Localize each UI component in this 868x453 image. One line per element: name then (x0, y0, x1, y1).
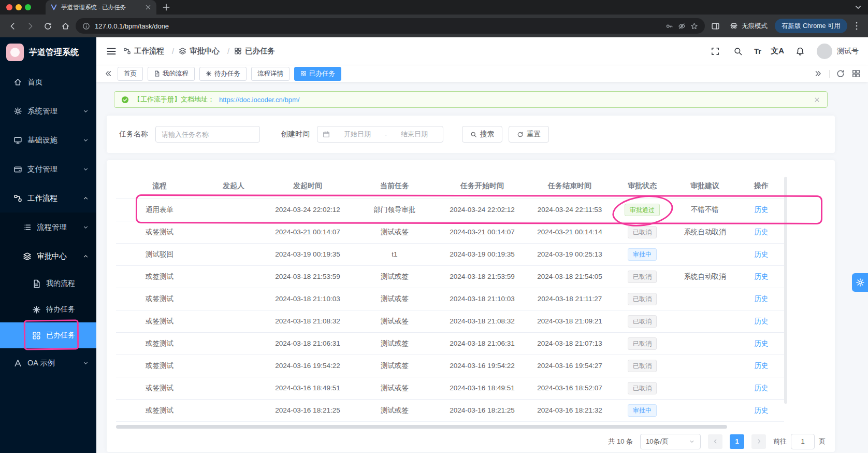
layout-grid-icon[interactable] (851, 69, 861, 78)
eye-off-icon[interactable] (678, 22, 686, 30)
search-icon[interactable] (730, 43, 746, 60)
page-tab[interactable]: 首页 (118, 67, 143, 81)
cell-current-task: 测试或签 (351, 355, 438, 377)
page-tab[interactable]: 我的流程 (148, 67, 195, 81)
site-info-icon[interactable] (82, 22, 90, 30)
history-link[interactable]: 历史 (755, 339, 769, 347)
search-button[interactable]: 搜索 (462, 126, 502, 143)
page-size-select[interactable]: 10条/页 (640, 434, 701, 449)
url-bar[interactable]: 127.0.0.1/bpm/task/done (76, 18, 705, 34)
chevron-icon (82, 360, 89, 366)
user-menu[interactable]: 测试号 (817, 44, 859, 59)
history-link[interactable]: 历史 (755, 228, 769, 236)
breadcrumb-item[interactable]: 审批中心 / (179, 46, 234, 56)
sidebar-item[interactable]: 系统管理 (0, 96, 96, 125)
cell-suggestion (671, 243, 739, 265)
fullscreen-icon[interactable] (707, 43, 724, 60)
new-tab-button[interactable] (162, 3, 171, 12)
reload-icon[interactable] (40, 19, 55, 33)
collapse-sidebar-icon[interactable] (106, 46, 117, 57)
reset-button[interactable]: 重置 (509, 126, 549, 143)
home-icon[interactable] (58, 19, 73, 33)
incognito-icon (730, 22, 738, 30)
sidebar: 芋道管理系统 首页 系统管理 基础设施 (0, 37, 96, 453)
breadcrumb-icon (234, 47, 242, 55)
window-zoom-button[interactable] (25, 4, 31, 10)
chevron-icon (82, 253, 89, 260)
sidebar-item[interactable]: 支付管理 (0, 154, 96, 183)
side-panel-icon[interactable] (708, 19, 722, 33)
refresh-page-icon[interactable] (836, 69, 845, 78)
current-page-button[interactable]: 1 (730, 434, 744, 449)
goto-page-input[interactable] (791, 434, 815, 449)
sidebar-item[interactable]: 已办任务 (0, 322, 96, 348)
sidebar-item[interactable]: 首页 (0, 67, 96, 96)
breadcrumb-item[interactable]: 工作流程 / (123, 46, 179, 56)
notification-bell-icon[interactable] (792, 43, 808, 60)
cell-start-time: 2024-03-16 19:54:22 (264, 355, 351, 377)
cell-start-time: 2024-03-18 21:53:59 (264, 265, 351, 288)
history-link[interactable]: 历史 (755, 250, 769, 258)
tab-close-icon[interactable] (144, 4, 152, 11)
search-button-icon (470, 131, 477, 138)
page-tab[interactable]: 已办任务 (294, 67, 341, 81)
task-name-input[interactable] (155, 126, 260, 143)
prev-page-button[interactable] (708, 434, 722, 449)
cell-current-task: 部门领导审批 (351, 199, 438, 221)
history-link[interactable]: 历史 (755, 384, 769, 392)
table-row: 或签测试 2024-03-18 21:10:03 测试或签 2024-03-18… (116, 288, 784, 310)
browser-tab[interactable]: 芋道管理系统 - 已办任务 (46, 0, 156, 15)
alert-doc-link[interactable]: https://doc.iocoder.cn/bpm/ (219, 96, 299, 104)
next-page-button[interactable] (751, 434, 766, 449)
table-row: 或签测试 2024-03-18 21:53:59 测试或签 2024-03-18… (116, 265, 784, 288)
username: 测试号 (837, 47, 859, 56)
sidebar-item[interactable]: 流程管理 (0, 213, 96, 242)
status-badge: 已取消 (628, 271, 657, 283)
window-minimize-button[interactable] (16, 4, 22, 10)
back-icon[interactable] (5, 19, 20, 33)
tabs-scroll-left-icon[interactable] (104, 69, 113, 78)
sidebar-item[interactable]: 审批中心 (0, 242, 96, 271)
history-link[interactable]: 历史 (755, 317, 769, 325)
history-link[interactable]: 历史 (755, 362, 769, 370)
alert-close-icon[interactable] (814, 96, 820, 103)
password-key-icon[interactable] (666, 22, 673, 30)
sidebar-item[interactable]: 基础设施 (0, 125, 96, 154)
menu-item-label: 已办任务 (46, 331, 89, 340)
theme-settings-button[interactable] (852, 273, 868, 292)
browser-menu-icon[interactable] (851, 21, 862, 31)
tab-search-icon[interactable] (853, 3, 863, 12)
app-logo[interactable]: 芋道管理系统 (0, 37, 96, 67)
font-size-icon[interactable]: Tr (753, 43, 763, 60)
forward-icon[interactable] (23, 19, 37, 33)
table-row: 通用表单 2024-03-24 22:02:12 部门领导审批 2024-03-… (116, 199, 784, 221)
menu-item-icon (32, 279, 41, 288)
date-range-picker[interactable]: 开始日期 - 结束日期 (317, 126, 443, 143)
horizontal-scrollbar[interactable] (116, 425, 727, 429)
create-time-label: 创建时间 (281, 130, 310, 139)
breadcrumb-item[interactable]: 已办任务 / (234, 46, 275, 56)
cell-suggestion (671, 332, 739, 355)
history-link[interactable]: 历史 (755, 406, 769, 414)
pagination: 共 10 条 10条/页 1 前往 页 (116, 434, 826, 449)
chrome-update-button[interactable]: 有新版 Chrome 可用 (775, 19, 847, 33)
sidebar-item[interactable]: 待办任务 (0, 296, 96, 322)
cell-initiator (203, 377, 264, 399)
sidebar-item[interactable]: 我的流程 (0, 271, 96, 296)
tabs-scroll-right-icon[interactable] (814, 69, 823, 78)
history-link[interactable]: 历史 (755, 295, 769, 303)
history-link[interactable]: 历史 (755, 273, 769, 280)
status-badge: 审批通过 (625, 204, 660, 216)
history-link[interactable]: 历史 (755, 206, 769, 214)
page-tab[interactable]: 流程详情 (251, 67, 290, 81)
window-close-button[interactable] (6, 4, 12, 10)
cell-current-task: t1 (351, 243, 438, 265)
cell-task-start-time: 2024-03-19 00:19:35 (438, 243, 526, 265)
bookmark-star-icon[interactable] (690, 22, 698, 30)
cell-current-task: 测试或签 (351, 310, 438, 332)
page-tab[interactable]: 待办任务 (199, 67, 247, 81)
translate-icon[interactable]: 文A (769, 43, 786, 60)
sidebar-item[interactable]: OA 示例 (0, 348, 96, 377)
sidebar-item[interactable]: 工作流程 (0, 183, 96, 213)
column-header: 发起人 (203, 174, 264, 199)
